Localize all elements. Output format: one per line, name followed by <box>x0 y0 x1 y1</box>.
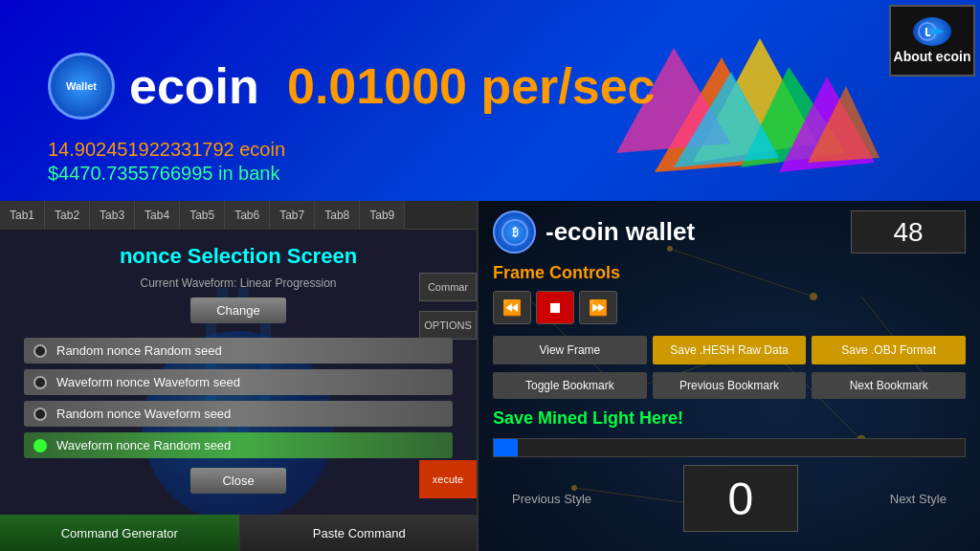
playback-controls: ⏪ ⏹ ⏩ <box>493 291 966 324</box>
bottom-row: Previous Style 0 Next Style <box>493 465 966 532</box>
tab-8[interactable]: Tab8 <box>315 201 360 230</box>
progress-fill <box>494 439 518 456</box>
prev-bookmark-button[interactable]: Previous Bookmark <box>653 372 807 399</box>
close-button[interactable]: Close <box>190 468 286 494</box>
wallet-label: Wallet <box>66 80 97 92</box>
wallet-logo-small: ₿ <box>493 210 536 253</box>
rate-text: 0.01000 per/sec <box>287 57 656 115</box>
option-label-3: Random nonce Waveform seed <box>56 407 231 421</box>
save-hesh-button[interactable]: Save .HESH Raw Data <box>653 336 807 364</box>
right-content: ₿ -ecoin wallet 48 Frame Controls ⏪ ⏹ ⏩ … <box>479 201 980 541</box>
tab-6[interactable]: Tab6 <box>225 201 270 230</box>
about-button[interactable]: About ecoin <box>889 5 975 77</box>
option-label-4: Waveform nonce Random seed <box>56 438 231 452</box>
tab-9[interactable]: Tab9 <box>360 201 405 230</box>
tab-3[interactable]: Tab3 <box>90 201 135 230</box>
frame-number: 48 <box>851 210 966 253</box>
execute-button[interactable]: xecute <box>419 460 477 498</box>
radio-dot-4 <box>33 439 47 452</box>
change-button[interactable]: Change <box>190 298 286 323</box>
radio-dot-3 <box>33 408 47 421</box>
balance-ecoin: 14.902451922331792 ecoin <box>48 139 285 161</box>
nonce-screen: ₿ nonce Selection Screen Current Wavefor… <box>0 230 477 551</box>
current-waveform: Current Waveform: Linear Progression <box>14 276 462 290</box>
wallet-logo: Wallet <box>48 53 115 120</box>
option-random-waveform[interactable]: Random nonce Waveform seed <box>24 401 453 427</box>
main-content: Tab1 Tab2 Tab3 Tab4 Tab5 Tab6 Tab7 Tab8 … <box>0 201 980 551</box>
tab-5[interactable]: Tab5 <box>180 201 225 230</box>
frame-count: 0 <box>683 465 798 532</box>
progress-bar <box>493 438 966 457</box>
option-label-1: Random nonce Random seed <box>56 343 222 358</box>
nonce-title: nonce Selection Screen <box>14 244 462 269</box>
radio-dot-1 <box>33 344 47 358</box>
option-random-random[interactable]: Random nonce Random seed <box>24 338 453 364</box>
option-waveform-waveform[interactable]: Waveform nonce Waveform seed <box>24 369 453 395</box>
wallet-title: -ecoin wallet <box>546 217 695 247</box>
options-button[interactable]: OPTIONS <box>419 311 477 340</box>
balance-bank: $4470.7355766995 in bank <box>48 163 279 185</box>
rewind-button[interactable]: ⏪ <box>493 291 531 324</box>
next-style-button[interactable]: Next Style <box>871 486 966 512</box>
forward-button[interactable]: ⏩ <box>579 291 617 324</box>
svg-text:₿: ₿ <box>511 226 518 239</box>
option-waveform-random[interactable]: Waveform nonce Random seed <box>24 432 453 458</box>
save-mined-label: Save Mined Light Here! <box>493 408 966 429</box>
frame-controls-label: Frame Controls <box>493 263 966 283</box>
about-btn-text: About ecoin <box>894 49 971 65</box>
stop-button[interactable]: ⏹ <box>536 291 574 324</box>
tab-4[interactable]: Tab4 <box>135 201 180 230</box>
view-frame-button[interactable]: View Frame <box>493 336 647 364</box>
right-panel: ₿ -ecoin wallet 48 Frame Controls ⏪ ⏹ ⏩ … <box>479 201 980 551</box>
option-label-2: Waveform nonce Waveform seed <box>56 375 240 389</box>
bottom-toolbar: Command Generator Paste Command <box>0 515 479 551</box>
paste-command-button[interactable]: Paste Command <box>240 515 479 551</box>
left-panel: Tab1 Tab2 Tab3 Tab4 Tab5 Tab6 Tab7 Tab8 … <box>0 201 479 551</box>
radio-dot-2 <box>33 376 47 389</box>
tab-1[interactable]: Tab1 <box>0 201 45 230</box>
tab-2[interactable]: Tab2 <box>45 201 90 230</box>
ecoin-title: ecoin <box>129 57 259 115</box>
bookmark-row: Toggle Bookmark Previous Bookmark Next B… <box>493 372 966 399</box>
tabs-row: Tab1 Tab2 Tab3 Tab4 Tab5 Tab6 Tab7 Tab8 … <box>0 201 477 230</box>
action-row-1: View Frame Save .HESH Raw Data Save .OBJ… <box>493 336 966 364</box>
prev-style-button[interactable]: Previous Style <box>493 486 611 512</box>
about-icon <box>913 17 951 46</box>
save-obj-button[interactable]: Save .OBJ Format <box>812 336 966 364</box>
header: Wallet ecoin 0.01000 per/sec 14.90245192… <box>0 0 980 201</box>
tab-7[interactable]: Tab7 <box>270 201 315 230</box>
command-generator-button[interactable]: Command Generator <box>0 515 240 551</box>
toggle-bookmark-button[interactable]: Toggle Bookmark <box>493 372 647 399</box>
svg-marker-8 <box>935 29 945 34</box>
next-bookmark-button[interactable]: Next Bookmark <box>812 372 966 399</box>
